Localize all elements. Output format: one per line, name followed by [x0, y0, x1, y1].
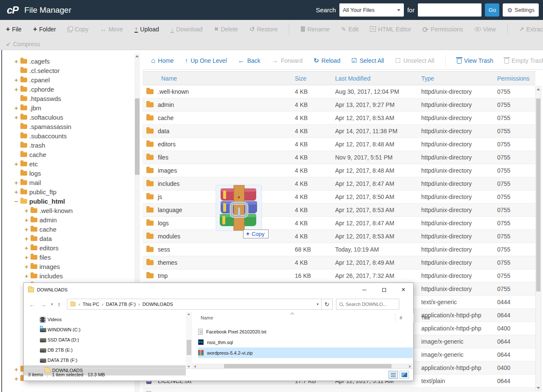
table-row[interactable]: data4 KBApr 14, 2017, 11:38 PMhttpd/unix… — [143, 125, 535, 138]
tree-item-includes[interactable]: +includes — [2, 271, 143, 280]
column-separator[interactable] — [413, 314, 414, 322]
tree-item-editors[interactable]: +editors — [2, 243, 143, 252]
scroll-up-icon[interactable] — [135, 55, 139, 57]
go-button[interactable]: Go — [485, 3, 499, 17]
explorer-search-input[interactable] — [346, 302, 392, 307]
tree-item-trash[interactable]: .trash — [2, 140, 143, 150]
details-view-button[interactable] — [389, 371, 398, 379]
table-row[interactable]: themes4 KBApr 12, 2017, 8:49 AMhttpd/uni… — [143, 256, 535, 269]
file-item-facebook-pixel[interactable]: Facebook Pixel 26102020.txt — [198, 326, 413, 337]
scroll-left-icon[interactable] — [194, 365, 196, 368]
thumbnail-view-button[interactable] — [400, 371, 409, 379]
expander-icon[interactable]: + — [23, 235, 30, 242]
breadcrumb-this-pc[interactable]: This PC — [81, 302, 101, 307]
expander-icon[interactable]: + — [23, 254, 30, 261]
file-button[interactable]: File — [6, 25, 22, 33]
table-row[interactable]: includes4 KBApr 12, 2017, 8:47 AMhttpd/u… — [143, 177, 535, 190]
table-row[interactable]: logs4 KBApr 12, 2017, 8:47 AMhttpd/unix-… — [143, 217, 535, 230]
file-item-nssi-thm-sql[interactable]: nssi_thm.sql — [198, 337, 413, 347]
back-arrow-icon[interactable]: ← — [29, 301, 35, 308]
view-trash-button[interactable]: View Trash — [457, 57, 493, 64]
scroll-up-icon[interactable] — [188, 314, 190, 315]
expander-icon[interactable]: + — [23, 272, 30, 280]
sidebar-item-drive-d[interactable]: SSD DATA (D:) — [24, 335, 186, 345]
tree-item-logs[interactable]: logs — [2, 168, 143, 178]
address-box[interactable]: This PC DATA 2TB (F:) DOWNLOADS ▾ — [67, 299, 322, 310]
view-button[interactable]: View — [475, 26, 496, 33]
tree-item-cpanel[interactable]: +.cpanel — [2, 75, 143, 84]
tree-item-subaccounts[interactable]: .subaccounts — [2, 131, 143, 140]
expander-icon[interactable]: + — [13, 179, 20, 186]
tree-item-cl-selector[interactable]: .cl.selector — [2, 66, 143, 75]
sidebar-item-drive-f[interactable]: DATA 2TB (F:) — [24, 355, 186, 365]
expander-icon[interactable]: + — [23, 207, 30, 214]
scrollbar-thumb[interactable] — [187, 340, 191, 355]
rename-button[interactable]: Rename — [301, 26, 330, 33]
expander-icon[interactable]: + — [13, 58, 20, 65]
up-arrow-icon[interactable]: ↑ — [58, 301, 61, 308]
explorer-window[interactable]: DOWNLOADS ← → ▾ ↑ This PC DATA 2TB (F:) … — [23, 283, 414, 381]
refresh-button[interactable] — [322, 299, 333, 310]
tree-item-well-known[interactable]: +.well-known — [2, 206, 143, 215]
column-header-number[interactable]: # — [400, 315, 402, 320]
tree-item-images[interactable]: +images — [2, 262, 143, 271]
scroll-up-icon[interactable] — [537, 88, 540, 90]
copy-button[interactable]: Copy — [67, 26, 89, 33]
tree-item-admin[interactable]: +admin — [2, 215, 143, 224]
expander-icon[interactable]: + — [13, 104, 20, 112]
tree-item-cagefs[interactable]: +.cagefs — [2, 56, 143, 66]
up-one-level-button[interactable]: Up One Level — [185, 57, 227, 64]
search-input[interactable] — [418, 3, 481, 17]
search-scope-select[interactable]: All Your Files — [339, 3, 404, 17]
explorer-search-box[interactable] — [336, 299, 399, 310]
close-button[interactable] — [394, 283, 413, 297]
expander-icon[interactable]: + — [13, 366, 20, 373]
column-header-permissions[interactable]: Permissions — [497, 75, 535, 82]
tree-item-spamassassin[interactable]: .spamassassin — [2, 122, 143, 131]
select-all-button[interactable]: Select All — [351, 57, 384, 64]
explorer-titlebar[interactable]: DOWNLOADS — [24, 283, 413, 297]
breadcrumb-drive-f[interactable]: DATA 2TB (F:) — [104, 302, 138, 307]
tree-item-public-html[interactable]: −public_html — [2, 196, 143, 206]
table-row[interactable]: files4 KBNov 9, 2017, 5:51 PMhttpd/unix-… — [143, 151, 535, 164]
column-header-size[interactable]: Size — [295, 75, 335, 82]
table-row[interactable]: cache4 KBApr 12, 2017, 8:53 AMhttpd/unix… — [143, 112, 535, 125]
expander-icon[interactable]: + — [13, 375, 20, 382]
folder-button[interactable]: Folder — [33, 25, 56, 33]
scroll-right-icon[interactable] — [409, 365, 411, 368]
sidebar-item-drive-e[interactable]: DB 2TB (E:) — [24, 345, 186, 355]
table-scrollbar[interactable] — [535, 86, 541, 391]
tree-item-data[interactable]: +data — [2, 234, 143, 243]
table-row[interactable]: sess68 KBToday, 10:19 AMhttpd/unix-direc… — [143, 243, 535, 256]
expander-icon[interactable]: + — [13, 188, 20, 196]
expander-icon[interactable]: + — [13, 160, 20, 168]
chevron-down-icon[interactable]: ▾ — [317, 302, 319, 306]
expander-icon[interactable]: + — [13, 86, 20, 93]
table-row[interactable]: js4 KBApr 12, 2017, 8:50 AMhttpd/unix-di… — [143, 190, 535, 204]
expander-icon[interactable]: + — [23, 226, 30, 233]
expander-icon[interactable]: + — [13, 114, 20, 121]
scroll-down-icon[interactable] — [188, 366, 190, 368]
expander-icon[interactable]: + — [23, 263, 30, 270]
unselect-all-button[interactable]: Unselect All — [395, 57, 434, 64]
tree-item-cphorde[interactable]: +.cphorde — [2, 84, 143, 94]
download-button[interactable]: Download — [171, 25, 203, 33]
extract-button[interactable]: Extract — [519, 26, 543, 33]
sidebar-item-drive-c[interactable]: WINDOWN (C:) — [24, 325, 186, 335]
expander-icon[interactable]: + — [23, 216, 30, 224]
restore-button[interactable]: Restore — [249, 25, 278, 33]
upload-button[interactable]: Upload — [134, 25, 159, 33]
tree-item-public-ftp[interactable]: +public_ftp — [2, 187, 143, 196]
table-row[interactable]: tmp16 KBApr 26, 2017, 7:32 AMhttpd/unix-… — [143, 269, 535, 283]
tree-item-cache2[interactable]: +cache — [2, 224, 143, 234]
explorer-sidebar-scrollbar[interactable] — [186, 312, 192, 369]
column-header-type[interactable]: Type — [421, 75, 497, 82]
scrollbar-thumb[interactable] — [135, 98, 140, 175]
table-row[interactable]: admin4 KBApr 13, 2017, 9:27 PMhttpd/unix… — [143, 98, 535, 112]
html-editor-button[interactable]: HTML Editor — [370, 26, 411, 33]
sidebar-item-videos[interactable]: Videos — [24, 314, 186, 325]
reload-button[interactable]: Reload — [313, 57, 340, 64]
permissions-button[interactable]: Permissions — [423, 26, 463, 33]
table-row[interactable]: modules4 KBApr 12, 2017, 8:53 AMhttpd/un… — [143, 230, 535, 243]
edit-button[interactable]: Edit — [341, 26, 358, 33]
